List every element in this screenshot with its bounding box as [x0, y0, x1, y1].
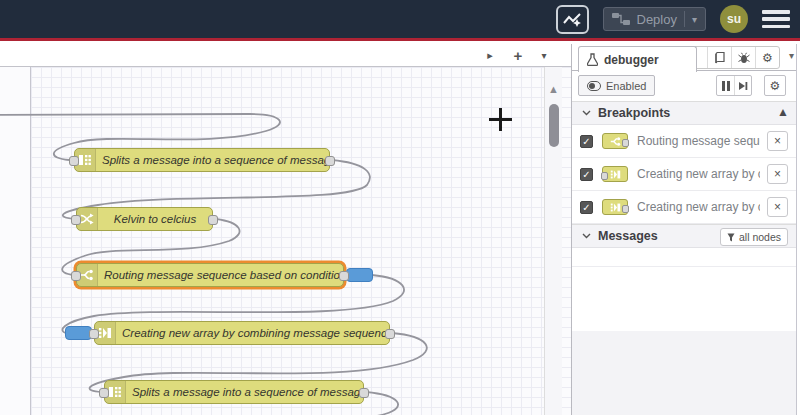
breakpoints-header[interactable]: Breakpoints ▲ — [572, 101, 796, 125]
node-port-left[interactable] — [69, 156, 79, 166]
node-chip — [600, 132, 630, 150]
breakpoint-indicator[interactable] — [346, 268, 373, 282]
toggle-icon — [587, 81, 601, 91]
node-label: Splits a message into a sequence of mess… — [96, 154, 329, 166]
node-port-right[interactable] — [325, 156, 335, 166]
node-port-right[interactable] — [385, 329, 395, 339]
breakpoint-row: ✓Creating new array by combini× — [572, 158, 796, 191]
flow-list-button[interactable]: ▸ — [481, 46, 499, 64]
node-port-left[interactable] — [99, 388, 109, 398]
chip-port — [622, 139, 629, 147]
tab-debugger-label: debugger — [604, 53, 659, 67]
gear-icon: ⚙ — [770, 79, 781, 93]
breakpoints-list: ✓Routing message sequence ba×✓Creating n… — [572, 125, 796, 224]
step-button[interactable] — [734, 76, 751, 95]
enabled-toggle[interactable]: Enabled — [578, 75, 655, 96]
node-chip — [600, 165, 630, 183]
flow-node[interactable]: Creating new array by combining message … — [94, 321, 390, 345]
node-port-left[interactable] — [89, 329, 99, 339]
debugger-settings-button[interactable]: ⚙ — [764, 75, 786, 96]
deploy-label: Deploy — [637, 12, 677, 27]
messages-header[interactable]: Messages all nodes — [572, 224, 796, 248]
crosshair-cursor — [489, 108, 512, 131]
switch-mini-icon — [602, 133, 628, 149]
breakpoint-row: ✓Creating new array by combini× — [572, 191, 796, 224]
breakpoint-checkbox[interactable]: ✓ — [580, 135, 593, 148]
flow-tab-bar: ▸ + ▾ — [0, 44, 571, 67]
chevron-down-icon — [582, 110, 591, 116]
flow-menu-button[interactable]: ▾ — [535, 46, 553, 64]
flow-canvas[interactable]: ▸ + ▾ Splits a message into a sequence o… — [0, 44, 572, 415]
node-port-left[interactable] — [71, 215, 81, 225]
remove-breakpoint-button[interactable]: × — [767, 197, 788, 217]
messages-title: Messages — [598, 229, 658, 243]
sidebar-background — [572, 331, 796, 415]
debug-button[interactable] — [731, 47, 755, 68]
export-image-icon[interactable] — [556, 5, 589, 34]
sparkle-chart-icon — [563, 11, 582, 28]
help-button[interactable] — [707, 47, 731, 68]
add-flow-button[interactable]: + — [509, 46, 527, 64]
node-label: Splits a message into a sequence of mess… — [126, 386, 363, 398]
step-icon — [738, 81, 748, 91]
book-icon — [714, 52, 726, 64]
main-menu-icon[interactable] — [762, 10, 790, 28]
filter-label: all nodes — [739, 231, 781, 243]
header-bar: Deploy ▾ su — [0, 0, 800, 41]
breakpoint-row: ✓Routing message sequence ba× — [572, 125, 796, 158]
sidebar-menu-icon[interactable]: ▾ — [789, 50, 794, 61]
messages-empty-area — [572, 248, 796, 267]
node-port-right[interactable] — [359, 388, 369, 398]
node-port-left[interactable] — [71, 271, 81, 281]
bug-icon — [738, 52, 750, 64]
node-label: Creating new array by combining message … — [116, 327, 389, 339]
chevron-down-icon — [582, 233, 591, 239]
settings-button[interactable]: ⚙ — [755, 47, 779, 68]
enabled-label: Enabled — [606, 80, 646, 92]
join-mini-icon — [602, 166, 628, 182]
remove-breakpoint-button[interactable]: × — [767, 131, 788, 151]
pause-step-group — [716, 75, 752, 96]
node-port-right[interactable] — [339, 271, 349, 281]
message-filter-button[interactable]: all nodes — [720, 228, 788, 246]
breakpoint-indicator[interactable] — [65, 326, 92, 340]
flask-icon — [587, 53, 598, 66]
debugger-controls: Enabled ⚙ — [572, 71, 796, 101]
join-mini-icon — [602, 199, 628, 215]
gear-icon: ⚙ — [762, 51, 773, 65]
canvas-scrollbar[interactable]: ▲ — [544, 67, 562, 415]
breakpoint-label: Creating new array by combini — [637, 200, 760, 214]
deploy-caret-icon[interactable]: ▾ — [692, 14, 697, 25]
flow-node[interactable]: Splits a message into a sequence of mess… — [74, 148, 330, 172]
chip-port — [622, 205, 629, 213]
pause-icon — [722, 81, 730, 91]
sidebar-tab-bar: debugger i ⚙ ▾ — [572, 44, 796, 71]
deploy-button[interactable]: Deploy ▾ — [603, 7, 707, 31]
canvas-body[interactable]: Splits a message into a sequence of mess… — [0, 67, 571, 415]
flow-node[interactable]: Routing message sequence based on condit… — [76, 263, 344, 287]
node-label: Routing message sequence based on condit… — [98, 269, 343, 281]
wire-layer — [0, 67, 572, 415]
node-chip — [600, 198, 630, 216]
breakpoint-checkbox[interactable]: ✓ — [580, 168, 593, 181]
remove-breakpoint-button[interactable]: × — [767, 164, 788, 184]
node-port-right[interactable] — [208, 215, 218, 225]
breakpoints-title: Breakpoints — [598, 106, 670, 120]
breakpoint-label: Routing message sequence ba — [637, 134, 760, 148]
deploy-separator — [684, 11, 685, 27]
node-label: Kelvin to celcius — [98, 213, 212, 225]
debug-sidebar: debugger i ⚙ ▾ — [572, 44, 797, 415]
scrollbar-thumb[interactable] — [549, 104, 559, 147]
filter-icon — [727, 233, 735, 242]
scroll-up-icon[interactable]: ▲ — [777, 105, 789, 119]
flow-node[interactable]: Kelvin to celcius — [76, 207, 213, 231]
scroll-up-icon[interactable]: ▲ — [545, 67, 562, 95]
chip-port — [601, 172, 608, 180]
breakpoint-label: Creating new array by combini — [637, 167, 760, 181]
breakpoint-checkbox[interactable]: ✓ — [580, 201, 593, 214]
pause-button[interactable] — [717, 76, 734, 95]
tab-debugger[interactable]: debugger — [578, 46, 697, 72]
flow-node[interactable]: Splits a message into a sequence of mess… — [104, 380, 364, 404]
user-avatar[interactable]: su — [720, 5, 748, 33]
deploy-node-icon — [612, 13, 630, 25]
